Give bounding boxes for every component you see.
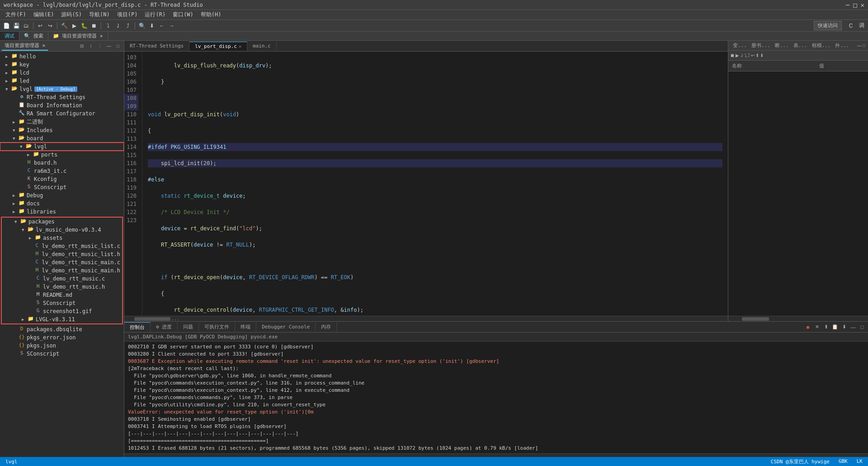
toolbar-step-into[interactable]: ⤵ bbox=[104, 21, 113, 30]
tree-item-libraries[interactable]: ▶ 📁 libraries bbox=[0, 208, 124, 216]
panel-sync[interactable]: ↕ bbox=[87, 42, 95, 50]
close-button[interactable]: ✕ bbox=[861, 1, 864, 9]
tree-item-music-list-h[interactable]: H lv_demo_rtt_music_list.h bbox=[2, 250, 122, 258]
right-panel-maximize[interactable]: □ bbox=[863, 43, 865, 48]
rp-btn2[interactable]: ▶ bbox=[736, 53, 739, 58]
tree-item-ports[interactable]: ▶ 📁 ports bbox=[0, 151, 124, 159]
tab-rt-settings[interactable]: RT-Thread Settings bbox=[124, 42, 189, 50]
toolbar-debug[interactable]: 🐛 bbox=[80, 21, 89, 30]
tree-item-ra6m3[interactable]: C ra6m3_it.c bbox=[0, 167, 124, 175]
tree-arrow-board-lvgl[interactable]: ▼ bbox=[20, 144, 25, 149]
tab-expressions[interactable]: 表... bbox=[792, 42, 809, 49]
tree-item-led[interactable]: ▶ 📁 led bbox=[0, 77, 124, 85]
tab-external[interactable]: 外... bbox=[833, 42, 851, 49]
menu-file[interactable]: 文件(F) bbox=[2, 10, 30, 19]
tab-executable[interactable]: 可执行文件 bbox=[199, 322, 235, 332]
menu-navigate[interactable]: 导航(N) bbox=[85, 10, 113, 19]
tree-arrow-libraries[interactable]: ▶ bbox=[13, 209, 18, 214]
panel-tab-explorer[interactable]: 项目资源管理器 ✕ bbox=[2, 41, 48, 51]
toolbar-run[interactable]: ▶ bbox=[70, 21, 79, 30]
toolbar-new[interactable]: 📄 bbox=[2, 21, 11, 30]
console-content[interactable]: 0002710 I GDB server started on port 333… bbox=[124, 342, 868, 453]
tree-arrow-includes[interactable]: ▼ bbox=[13, 128, 18, 133]
toolbar-stop[interactable]: ⏹ bbox=[90, 21, 99, 30]
tree-item-ra-smart[interactable]: 🔧 RA Smart Configurator bbox=[0, 109, 124, 118]
toolbar-undo[interactable]: ↩ bbox=[36, 21, 45, 30]
tree-arrow-docs[interactable]: ▶ bbox=[13, 201, 18, 206]
menu-source[interactable]: 源码(S) bbox=[57, 10, 85, 19]
menu-help[interactable]: 帮助(H) bbox=[197, 10, 225, 19]
tree-item-music-c[interactable]: C lv_demo_rtt_music.c bbox=[2, 275, 122, 283]
tree-arrow-lv-music-demo[interactable]: ▼ bbox=[22, 228, 27, 232]
bottom-action6[interactable]: — bbox=[849, 323, 857, 331]
tree-item-rt-settings[interactable]: ⚙ RT-Thread Settings bbox=[0, 93, 124, 101]
toolbar-forward[interactable]: → bbox=[167, 21, 176, 30]
tree-arrow-led[interactable]: ▶ bbox=[5, 79, 11, 83]
bottom-action4[interactable]: 📋 bbox=[831, 323, 839, 331]
tree-arrow-board[interactable]: ▼ bbox=[13, 136, 18, 141]
tree-item-music-main-h[interactable]: H lv_demo_rtt_music_main.h bbox=[2, 266, 122, 275]
tree-item-readme[interactable]: M README.md bbox=[2, 291, 122, 299]
tree-item-debug[interactable]: ▶ 📁 Debug bbox=[0, 191, 124, 200]
tree-arrow-lcd[interactable]: ▶ bbox=[5, 71, 11, 75]
perspective-search[interactable]: 🔍 搜索 bbox=[19, 32, 48, 40]
tree-item-lvgl-v8[interactable]: ▶ 📁 LVGL-v8.3.11 bbox=[2, 315, 122, 323]
bottom-action5[interactable]: ⬇ bbox=[840, 323, 848, 331]
tree-arrow-key[interactable]: ▶ bbox=[5, 62, 11, 67]
tree-item-kconfig[interactable]: K Kconfig bbox=[0, 175, 124, 183]
menu-project[interactable]: 项目(P) bbox=[113, 10, 142, 19]
bottom-clear-btn[interactable]: ✕ bbox=[813, 323, 821, 331]
tree-item-includes[interactable]: ▼ 📂 Includes bbox=[0, 126, 124, 134]
tree-item-docs[interactable]: ▶ 📁 docs bbox=[0, 200, 124, 208]
bottom-action7[interactable]: □ bbox=[858, 323, 866, 331]
tab-debugger-console[interactable]: Debugger Console bbox=[256, 323, 316, 331]
tree-item-hello[interactable]: ▶ 📁 hello bbox=[0, 52, 124, 61]
toolbar-save-all[interactable]: 🗂 bbox=[22, 21, 31, 30]
tree-item-music-h[interactable]: H lv_demo_rtt_music.h bbox=[2, 283, 122, 291]
tree-arrow-binary[interactable]: ▶ bbox=[13, 120, 18, 124]
tree-item-board-lvgl[interactable]: ▼ 📂 lvgl bbox=[0, 143, 124, 151]
toolbar-step-over[interactable]: ⤸ bbox=[113, 21, 123, 30]
tab-main-c[interactable]: main.c bbox=[247, 42, 277, 50]
tree-item-pkgs-json[interactable]: {} pkgs.json bbox=[0, 342, 124, 350]
tree-item-board-h[interactable]: H board.h bbox=[0, 159, 124, 167]
rp-btn3[interactable]: ⤸ bbox=[740, 53, 744, 58]
tree-item-packages[interactable]: ▼ 📂 packages bbox=[2, 218, 122, 226]
status-lk[interactable]: LK bbox=[855, 458, 864, 465]
tree-item-sconscript-last[interactable]: S SConscript bbox=[0, 350, 124, 358]
tab-variables[interactable]: 变... bbox=[731, 42, 749, 49]
bottom-stop-btn[interactable]: ■ bbox=[804, 323, 812, 331]
tree-item-pkgs-db[interactable]: D packages.dbsqlite bbox=[0, 325, 124, 333]
tab-frames[interactable]: 框模... bbox=[810, 42, 833, 49]
panel-minimize[interactable]: — bbox=[105, 42, 113, 50]
toolbar-perspective-c[interactable]: C bbox=[846, 21, 855, 30]
tree-item-lvgl[interactable]: ▼ 📂 lvgl [Active - Debug] bbox=[0, 85, 124, 93]
tree-item-screenshot[interactable]: G screenshot1.gif bbox=[2, 307, 122, 315]
tree-arrow-ports[interactable]: ▶ bbox=[27, 152, 33, 157]
menu-window[interactable]: 窗口(W) bbox=[169, 10, 197, 19]
tree-arrow-packages[interactable]: ▼ bbox=[14, 219, 20, 224]
tab-problems[interactable]: 问题 bbox=[178, 322, 199, 332]
tree-arrow-debug[interactable]: ▶ bbox=[13, 193, 18, 198]
maximize-button[interactable]: □ bbox=[853, 1, 857, 9]
rp-btn6[interactable]: ↩ bbox=[751, 53, 755, 58]
tree-item-lv-music-demo[interactable]: ▼ 📂 lv_music_demo-v0.3.4 bbox=[2, 226, 122, 234]
toolbar-download[interactable]: ⬇ bbox=[147, 21, 156, 30]
toolbar-back[interactable]: ← bbox=[157, 21, 166, 30]
status-blog[interactable]: CSDN @东里巴人 hywige bbox=[769, 458, 831, 465]
status-encoding[interactable]: GBK bbox=[837, 458, 849, 465]
panel-collapse-all[interactable]: ⊟ bbox=[78, 42, 86, 50]
tree-item-sconscript-board[interactable]: S SConscript bbox=[0, 183, 124, 191]
tree-view[interactable]: ▶ 📁 hello ▶ 📁 key ▶ 📁 lcd bbox=[0, 52, 124, 457]
status-project[interactable]: lvgl bbox=[4, 459, 19, 465]
right-panel-scrollbar-h[interactable] bbox=[728, 316, 868, 321]
tree-item-lcd[interactable]: ▶ 📁 lcd bbox=[0, 69, 124, 77]
toolbar-build[interactable]: 🔨 bbox=[60, 21, 69, 30]
tree-arrow-assets[interactable]: ▶ bbox=[29, 236, 34, 240]
tab-console[interactable]: 控制台 bbox=[124, 322, 151, 332]
tab-lv-port-disp-close[interactable]: ✕ bbox=[239, 44, 241, 49]
toolbar-redo[interactable]: ↪ bbox=[46, 21, 55, 30]
toolbar-step-return[interactable]: ⤴ bbox=[123, 21, 132, 30]
toolbar-perspective-debug[interactable]: 调 bbox=[857, 21, 866, 30]
code-content[interactable]: lv_disp_flush_ready(disp_drv); } void lv… bbox=[142, 52, 728, 316]
